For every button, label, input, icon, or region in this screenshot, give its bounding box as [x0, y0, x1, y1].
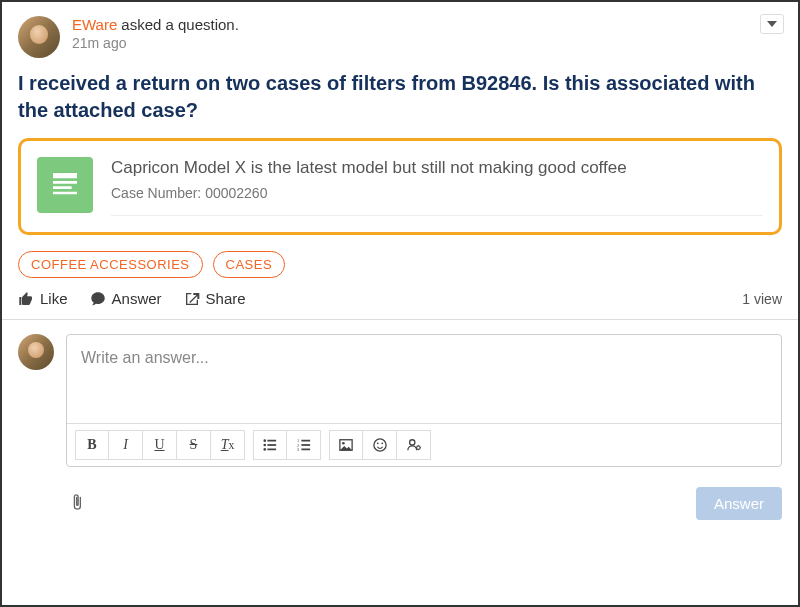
svg-rect-9	[301, 444, 310, 446]
svg-point-18	[416, 446, 420, 450]
post-menu-button[interactable]	[760, 14, 784, 34]
svg-point-2	[263, 444, 266, 447]
author-avatar[interactable]	[18, 16, 60, 58]
svg-rect-3	[267, 444, 276, 446]
submit-answer-button[interactable]: Answer	[696, 487, 782, 520]
mention-icon	[407, 438, 421, 452]
svg-rect-11	[301, 449, 310, 451]
svg-point-17	[409, 440, 414, 445]
bold-button[interactable]: B	[75, 430, 109, 460]
svg-rect-7	[301, 440, 310, 442]
bullet-list-button[interactable]	[253, 430, 287, 460]
svg-point-16	[381, 442, 383, 444]
svg-text:3: 3	[297, 447, 300, 452]
svg-point-13	[342, 442, 345, 445]
case-number-value: 00002260	[205, 185, 267, 201]
comment-icon	[90, 291, 106, 307]
action-bar: Like Answer Share 1 view	[18, 290, 782, 319]
chevron-down-icon	[767, 21, 777, 27]
editor-toolbar: B I U S Tx 123	[67, 423, 781, 466]
italic-button[interactable]: I	[109, 430, 143, 460]
attachment-body: Capricon Model X is the latest model but…	[111, 157, 763, 216]
case-number-label: Case Number:	[111, 185, 205, 201]
clear-format-button[interactable]: Tx	[211, 430, 245, 460]
answer-label: Answer	[112, 290, 162, 307]
strike-button[interactable]: S	[177, 430, 211, 460]
editor-container: B I U S Tx 123	[66, 334, 782, 467]
image-button[interactable]	[329, 430, 363, 460]
image-icon	[339, 438, 353, 452]
post-container: EWare asked a question. 21m ago I receiv…	[2, 2, 798, 319]
tag-cases[interactable]: CASES	[213, 251, 286, 278]
share-button[interactable]: Share	[184, 290, 246, 307]
svg-point-15	[376, 442, 378, 444]
emoji-icon	[373, 438, 387, 452]
attached-case-card[interactable]: Capricon Model X is the latest model but…	[18, 138, 782, 235]
post-header: EWare asked a question. 21m ago	[18, 16, 782, 58]
current-user-avatar[interactable]	[18, 334, 54, 370]
action-text: asked a question.	[121, 16, 239, 33]
answer-input[interactable]	[67, 335, 781, 423]
post-meta: EWare asked a question. 21m ago	[72, 16, 239, 51]
tag-list: COFFEE ACCESSORIES CASES	[18, 251, 782, 278]
like-button[interactable]: Like	[18, 290, 68, 307]
attachment-title: Capricon Model X is the latest model but…	[111, 157, 763, 179]
attach-button[interactable]	[68, 493, 86, 515]
answer-composer: B I U S Tx 123	[2, 319, 798, 479]
underline-button[interactable]: U	[143, 430, 177, 460]
number-list-icon: 123	[297, 438, 311, 452]
thumbs-up-icon	[18, 291, 34, 307]
like-label: Like	[40, 290, 68, 307]
view-count: 1 view	[742, 291, 782, 307]
question-title: I received a return on two cases of filt…	[18, 70, 782, 124]
svg-point-0	[263, 439, 266, 442]
number-list-button[interactable]: 123	[287, 430, 321, 460]
tag-coffee-accessories[interactable]: COFFEE ACCESSORIES	[18, 251, 203, 278]
emoji-button[interactable]	[363, 430, 397, 460]
answer-action[interactable]: Answer	[90, 290, 162, 307]
svg-point-4	[263, 448, 266, 451]
paperclip-icon	[68, 493, 86, 511]
svg-rect-1	[267, 440, 276, 442]
composer-footer: Answer	[2, 479, 798, 534]
svg-point-14	[373, 439, 385, 451]
case-icon	[37, 157, 93, 213]
author-link[interactable]: EWare	[72, 16, 117, 33]
bullet-list-icon	[263, 438, 277, 452]
svg-rect-5	[267, 449, 276, 451]
share-label: Share	[206, 290, 246, 307]
post-timestamp: 21m ago	[72, 35, 239, 51]
mention-button[interactable]	[397, 430, 431, 460]
share-icon	[184, 291, 200, 307]
